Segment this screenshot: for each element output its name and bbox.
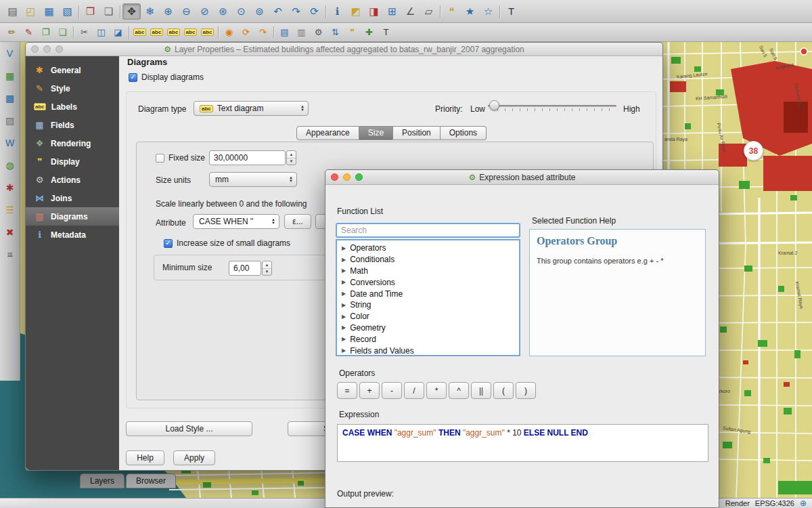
tab-options[interactable]: Options <box>441 126 487 140</box>
show-bookmarks-button[interactable]: ☆ <box>479 3 497 20</box>
add-raster-layer-button[interactable]: ▦ <box>2 68 18 84</box>
deselect-features-button[interactable]: ◨ <box>365 3 383 20</box>
raster-tools-button[interactable]: ▥ <box>293 25 310 39</box>
open-project-button[interactable]: ◰ <box>22 3 40 20</box>
zoom-native-button[interactable]: ⊘ <box>196 3 214 20</box>
zoom-to-layer-button[interactable]: ⊚ <box>250 3 269 20</box>
save-project-button[interactable]: ▦ <box>40 3 58 20</box>
sidebar-item-style[interactable]: ✎ Style <box>26 79 119 98</box>
sidebar-item-rendering[interactable]: ❖ Rendering <box>26 134 119 152</box>
map-tips-secondary-button[interactable]: ❞ <box>344 25 361 39</box>
text-annotation-button[interactable]: T <box>502 3 520 20</box>
slider-thumb[interactable] <box>489 100 499 110</box>
tree-group-fields-and-values[interactable]: ▶ Fields and Values <box>337 345 519 356</box>
minimize-window-button[interactable] <box>43 45 51 53</box>
remove-layer-button[interactable]: ✖ <box>2 224 18 240</box>
layer-properties-titlebar[interactable]: ⚙Layer Properties – Estimated buildings … <box>26 43 662 56</box>
operator-close-paren-button[interactable]: ) <box>516 382 536 399</box>
touch-zoom-button[interactable]: ❄ <box>141 3 159 20</box>
tree-group-conversions[interactable]: ▶ Conversions <box>337 276 519 288</box>
zoom-window-button[interactable] <box>355 173 363 181</box>
save-layer-edits-button[interactable]: ✎ <box>20 25 37 39</box>
fixed-size-checkbox[interactable]: Fixed size <box>156 153 205 163</box>
toolbar-separator[interactable] <box>271 25 276 40</box>
tree-group-color[interactable]: ▶ Color <box>337 311 519 322</box>
new-bookmark-button[interactable]: ★ <box>461 3 479 20</box>
toggle-editing-button[interactable]: ✏ <box>3 25 20 39</box>
close-window-button[interactable] <box>31 45 39 53</box>
attribute-select[interactable]: CASE WHEN " <box>193 214 279 229</box>
new-project-button[interactable]: ▤ <box>3 3 22 20</box>
expand-arrow-icon[interactable]: ▶ <box>342 279 346 285</box>
composer-manager-button[interactable]: ❏ <box>99 3 118 20</box>
help-button[interactable]: Help <box>126 450 164 465</box>
add-vector-layer-button[interactable]: V <box>2 45 18 62</box>
add-annotation-button[interactable]: ✚ <box>361 25 378 39</box>
select-features-button[interactable]: ◩ <box>346 3 365 20</box>
operator-open-paren-button[interactable]: ( <box>493 382 514 399</box>
tree-group-record[interactable]: ▶ Record <box>337 333 519 345</box>
diagram-type-select[interactable]: abc Text diagram <box>194 101 309 116</box>
identify-features-button[interactable]: ℹ <box>328 3 346 20</box>
copy-features-button[interactable]: ◫ <box>93 25 110 39</box>
expand-arrow-icon[interactable]: ▶ <box>342 245 346 251</box>
toolbar-separator[interactable] <box>438 4 443 19</box>
paste-features-button[interactable]: ◪ <box>110 25 127 39</box>
fixed-size-input[interactable]: 30,00000 <box>209 150 286 165</box>
sidebar-item-labels[interactable]: abc Labels <box>26 98 119 116</box>
label-show-hide-button[interactable]: abc <box>165 25 182 39</box>
sidebar-item-metadata[interactable]: ℹ Metadata <box>26 226 119 244</box>
save-project-as-button[interactable]: ▧ <box>58 3 76 20</box>
expand-arrow-icon[interactable]: ▶ <box>342 257 346 263</box>
pan-map-button[interactable]: ✥ <box>122 3 141 20</box>
new-shapefile-button[interactable]: ✱ <box>2 179 18 196</box>
offset-curve-button[interactable]: ↷ <box>254 25 271 39</box>
projection-globe-icon[interactable]: ⊕ <box>800 499 807 508</box>
layer-list-button[interactable]: ▤ <box>276 25 293 39</box>
operator-minus-button[interactable]: - <box>382 382 402 399</box>
sidebar-item-general[interactable]: ✱ General <box>26 61 119 79</box>
expand-arrow-icon[interactable]: ▶ <box>342 324 346 331</box>
tree-group-operators[interactable]: ▶ Operators <box>337 242 519 254</box>
sidebar-item-fields[interactable]: ▦ Fields <box>26 116 119 134</box>
paste-style-button[interactable]: ❑ <box>54 25 71 39</box>
refresh-map-button[interactable]: ⟳ <box>305 3 323 20</box>
add-wms-layer-button[interactable]: W <box>2 135 18 151</box>
zoom-full-button[interactable]: ⊛ <box>214 3 232 20</box>
tree-group-conditionals[interactable]: ▶ Conditionals <box>337 254 519 266</box>
sidebar-item-display[interactable]: ❞ Display <box>26 152 119 171</box>
expand-arrow-icon[interactable]: ▶ <box>342 336 346 342</box>
open-attribute-table-button[interactable]: ⊞ <box>383 3 401 20</box>
operator-concat-button[interactable]: || <box>471 382 491 399</box>
toolbar-separator[interactable] <box>323 4 328 19</box>
tree-group-string[interactable]: ▶ String <box>337 299 519 311</box>
measure-area-button[interactable]: ▱ <box>420 3 438 20</box>
add-postgis-layer-button[interactable]: ▩ <box>2 90 18 106</box>
operator-multiply-button[interactable]: * <box>426 382 447 399</box>
sidebar-item-actions[interactable]: ⚙ Actions <box>26 171 119 189</box>
tree-group-math[interactable]: ▶ Math <box>337 266 519 277</box>
add-wfs-layer-button[interactable]: ◍ <box>2 157 18 173</box>
sort-button[interactable]: ⇅ <box>327 25 344 39</box>
toolbar-separator[interactable] <box>127 25 131 40</box>
sidebar-item-diagrams[interactable]: ▥ Diagrams <box>26 207 119 226</box>
tab-position[interactable]: Position <box>393 126 441 140</box>
new-composer-button[interactable]: ❒ <box>81 3 99 20</box>
operator-plus-button[interactable]: + <box>359 382 380 399</box>
tree-group-geometry[interactable]: ▶ Geometry <box>337 322 519 334</box>
apply-button[interactable]: Apply <box>173 450 215 465</box>
expand-arrow-icon[interactable]: ▶ <box>342 347 346 354</box>
minimize-window-button[interactable] <box>343 173 351 181</box>
label-properties-button[interactable]: abc <box>199 25 216 39</box>
close-window-button[interactable] <box>331 173 338 181</box>
expression-editor[interactable]: CASE WHEN "aggr_sum" THEN "aggr_sum" * 1… <box>337 424 708 462</box>
expression-dialog-titlebar[interactable]: ⚙Expression based attribute <box>325 170 719 185</box>
operator-power-button[interactable]: ^ <box>449 382 469 399</box>
style-drop-button[interactable]: ◉ <box>221 25 238 39</box>
map-tips-button[interactable]: ❝ <box>443 3 461 20</box>
rotate-point-symbols-button[interactable]: ⟳ <box>238 25 254 39</box>
tree-group-date-and-time[interactable]: ▶ Date and Time <box>337 288 519 299</box>
display-diagrams-checkbox[interactable]: Display diagrams <box>129 72 204 82</box>
load-style-button[interactable]: Load Style ... <box>126 421 252 436</box>
zoom-window-button[interactable] <box>55 45 63 53</box>
